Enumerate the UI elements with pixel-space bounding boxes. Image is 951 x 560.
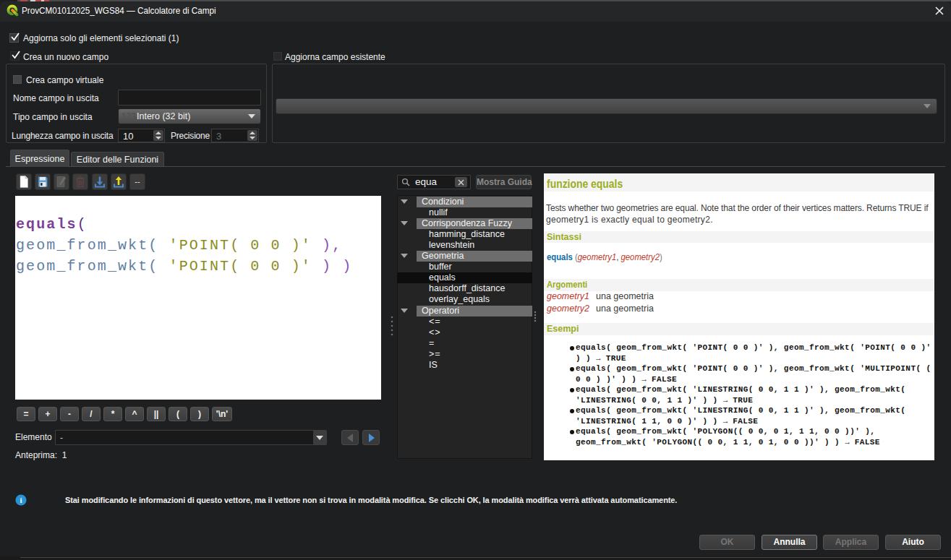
svg-text:i: i (20, 496, 22, 504)
